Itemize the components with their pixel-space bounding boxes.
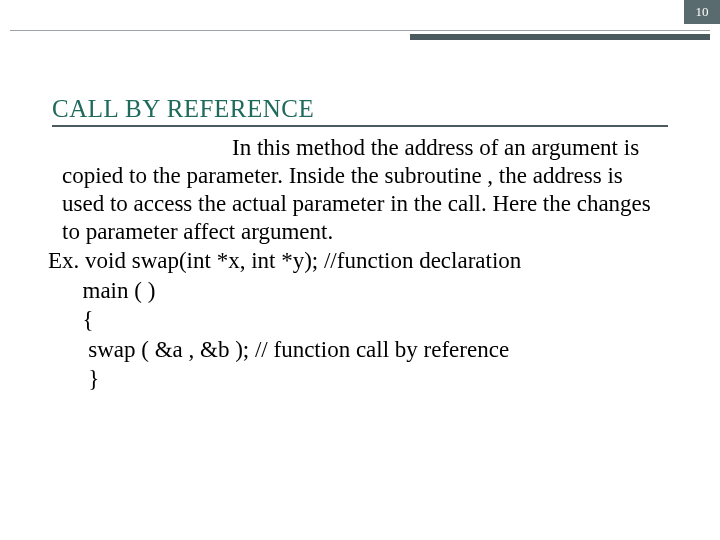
rule-thick	[410, 34, 710, 40]
code-line: {	[48, 307, 94, 332]
page-number-badge: 10	[684, 0, 720, 24]
rule-thin	[10, 30, 710, 31]
code-line: }	[48, 366, 99, 391]
code-line: Ex. void swap(int *x, int *y); //functio…	[48, 248, 521, 273]
code-block: Ex. void swap(int *x, int *y); //functio…	[48, 246, 668, 393]
slide-title: CALL BY REFERENCE	[52, 95, 668, 127]
page-number: 10	[696, 4, 709, 19]
slide: 10 CALL BY REFERENCE In this method the …	[0, 0, 720, 540]
code-line: swap ( &a , &b ); // function call by re…	[48, 337, 509, 362]
slide-paragraph: In this method the address of an argumen…	[62, 134, 668, 246]
code-line: main ( )	[48, 278, 155, 303]
slide-body: In this method the address of an argumen…	[62, 134, 668, 393]
header-rule	[0, 30, 720, 42]
